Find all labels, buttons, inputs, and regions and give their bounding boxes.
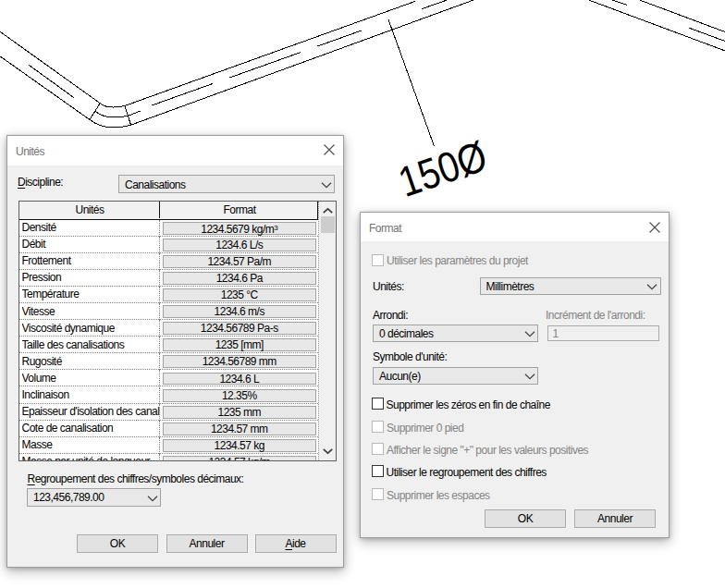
svg-text:150Ø: 150Ø (392, 131, 493, 206)
